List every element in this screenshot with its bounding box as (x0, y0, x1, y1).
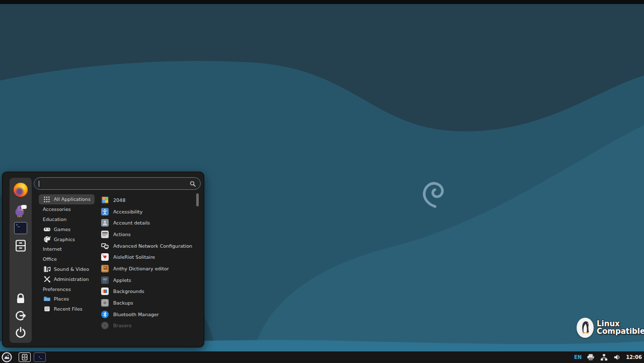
branding-text: Linux Compatible (597, 320, 644, 335)
terminal-icon: ›_ (39, 355, 42, 359)
tools-icon (43, 275, 51, 283)
backups-icon (101, 299, 109, 307)
app-label: Backups (113, 300, 133, 306)
category-list: All Applications Accessories Education G… (39, 194, 98, 314)
category-sound-video[interactable]: Sound & Video (39, 264, 93, 274)
category-graphics[interactable]: Graphics (39, 234, 79, 244)
category-label: Administration (54, 276, 89, 282)
app-label: AisleRiot Solitaire (113, 254, 155, 260)
app-label: Anthy Dictionary editor (113, 266, 169, 271)
app-applets[interactable]: Applets (98, 274, 197, 286)
desktop: Linux Compatible ›_ (0, 0, 644, 363)
category-internet[interactable]: Internet (39, 244, 66, 254)
category-label: Internet (43, 246, 62, 252)
app-label: Bluetooth Manager (113, 312, 159, 317)
search-box[interactable] (34, 177, 201, 190)
search-input[interactable] (40, 181, 190, 186)
clock[interactable]: 12:06 (626, 354, 642, 360)
category-label: All Applications (54, 196, 91, 202)
document-icon (43, 305, 51, 313)
category-label: Preferences (43, 286, 71, 292)
app-brasero[interactable]: Brasero (98, 320, 197, 332)
linux-compatible-watermark: Linux Compatible (577, 316, 644, 339)
gamepad-icon (43, 225, 51, 233)
app-label: Advanced Network Configuration (113, 243, 192, 249)
category-administration[interactable]: Administration (39, 274, 93, 284)
logout-icon[interactable] (15, 310, 27, 322)
category-preferences[interactable]: Preferences (39, 284, 75, 294)
debian-swirl-logo (420, 179, 448, 209)
app-actions[interactable]: Actions (98, 229, 197, 240)
app-list-scrollbar[interactable] (196, 193, 199, 206)
applications-menu: ›_ (2, 172, 204, 347)
category-all-applications[interactable]: All Applications (39, 194, 95, 204)
backgrounds-icon (101, 287, 109, 295)
penguin-badge (577, 318, 594, 338)
files-launcher[interactable] (19, 352, 31, 362)
app-accessibility[interactable]: Accessibility (98, 206, 197, 217)
app-label: Actions (113, 232, 131, 237)
system-tray: EN (574, 351, 642, 363)
terminal-launcher[interactable]: ›_ (34, 352, 46, 362)
app-label: 2048 (113, 197, 125, 203)
account-icon (101, 219, 109, 227)
app-advanced-network-configuration[interactable]: Advanced Network Configuration (98, 240, 197, 252)
text-caret (39, 181, 39, 187)
app-bluetooth-manager[interactable]: Bluetooth Manager (98, 309, 197, 320)
category-label: Places (54, 296, 69, 302)
terminal-icon[interactable]: ›_ (14, 222, 27, 234)
penguin-icon (577, 319, 594, 336)
app-label: Backgrounds (113, 288, 144, 294)
solitaire-icon (101, 253, 109, 261)
2048-icon (101, 196, 109, 204)
screen-top-strip (0, 0, 644, 4)
category-recent-files[interactable]: Recent Files (39, 304, 87, 314)
network-icon[interactable] (600, 353, 608, 361)
firefox-icon[interactable] (14, 183, 28, 197)
menu-sidebar: ›_ (10, 178, 32, 343)
category-label: Sound & Video (54, 266, 89, 272)
app-aisleriot-solitaire[interactable]: AisleRiot Solitaire (98, 251, 197, 263)
app-label: Account details (113, 220, 150, 226)
printer-icon[interactable] (587, 353, 595, 361)
brasero-icon (101, 322, 109, 329)
dictionary-icon (101, 265, 109, 272)
category-label: Education (43, 216, 66, 222)
file-manager-icon (21, 353, 28, 361)
app-backups[interactable]: Backups (98, 297, 197, 309)
category-education[interactable]: Education (39, 214, 70, 225)
keyboard-layout-indicator[interactable]: EN (574, 354, 582, 360)
category-label: Recent Files (54, 306, 83, 312)
power-icon[interactable] (15, 326, 27, 338)
bottom-panel: ›_ EN (0, 351, 644, 363)
accessibility-icon (101, 208, 109, 215)
category-accessories[interactable]: Accessories (39, 204, 75, 214)
film-note-icon (43, 265, 51, 273)
category-label: Graphics (54, 237, 75, 242)
app-label: Brasero (113, 323, 132, 328)
category-label: Office (43, 256, 57, 262)
menu-button[interactable] (2, 352, 12, 362)
volume-icon[interactable] (613, 353, 621, 361)
search-icon (190, 181, 196, 187)
pidgin-icon[interactable] (14, 203, 28, 217)
app-label: Accessibility (113, 209, 142, 214)
application-list: 2048 Accessibility Acc (98, 194, 197, 331)
lock-icon[interactable] (15, 293, 27, 305)
category-label: Accessories (43, 206, 71, 212)
branding-line2: Compatible (597, 328, 644, 335)
app-backgrounds[interactable]: Backgrounds (98, 286, 197, 298)
palette-icon (43, 235, 51, 243)
category-places[interactable]: Places (39, 294, 73, 304)
app-anthy-dictionary-editor[interactable]: Anthy Dictionary editor (98, 263, 197, 274)
network-config-icon (101, 242, 109, 250)
applets-icon (101, 276, 109, 284)
category-games[interactable]: Games (39, 224, 74, 234)
grid-icon (43, 195, 51, 203)
folder-icon (43, 295, 51, 303)
app-account-details[interactable]: Account details (98, 217, 197, 229)
file-manager-icon[interactable] (14, 239, 27, 252)
app-2048[interactable]: 2048 (98, 194, 197, 206)
category-office[interactable]: Office (39, 254, 61, 264)
app-label: Applets (113, 277, 131, 283)
